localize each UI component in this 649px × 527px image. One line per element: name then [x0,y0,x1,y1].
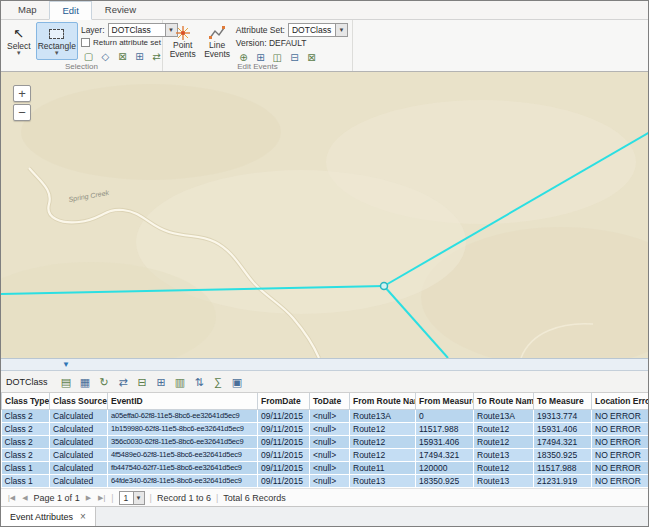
map-canvas[interactable]: Spring Creek [1,72,648,358]
zoom-in-button[interactable]: + [13,85,31,102]
table-cell: Route13A [474,409,534,422]
attribute-set-select[interactable]: DOTClass ▼ [288,23,348,37]
zoom-control: + − [13,85,31,123]
column-header-to-route-name[interactable]: To Route Name [474,393,534,409]
first-page-button[interactable]: |◀ [7,494,16,502]
total-records-text: Total 6 Records [223,493,286,503]
column-header-class-type[interactable]: Class Type [2,393,50,409]
page-number-select[interactable]: 1 ▼ [119,491,145,505]
table-cell: 11517.988 [534,461,592,474]
ribbon-group-selection: ↖ Select ▼ Rectangle ▼ Layer: DOTClass ▼ [1,20,163,71]
column-header-class-source[interactable]: Class Source [50,393,108,409]
page-indicator: Page 1 of 1 [34,493,80,503]
column-header-todate[interactable]: ToDate [310,393,350,409]
table-cell: 17494.321 [534,435,592,448]
table-cell: 17494.321 [416,448,474,461]
record-range-text: Record 1 to 6 [157,493,211,503]
table-cell: a05effa0-62f8-11e5-8bc6-ee32641d5ec9 [108,409,258,422]
zoom-out-button[interactable]: − [13,104,31,121]
table-cell: 09/11/2015 [258,448,310,461]
return-attribute-set-checkbox[interactable] [81,38,90,47]
table-cell: Class 1 [2,461,50,474]
attribute-table: Class TypeClass SourceEventIDFromDateToD… [1,393,648,488]
expand-table-icon[interactable]: ▣ [229,373,246,390]
separator: | [150,493,152,503]
table-cell: Calculated [50,461,108,474]
column-header-location-error[interactable]: Location Error [592,393,649,409]
panel-toolbar-icons: ▤▦↻⇄⊟⊞▥⇅∑▣ [58,373,246,390]
table-cell: Route12 [350,448,416,461]
tab-review[interactable]: Review [92,0,149,19]
table-cell: Class 2 [2,448,50,461]
tab-map[interactable]: Map [5,0,49,19]
table-cell: 15931.406 [534,422,592,435]
table-cell: 19313.774 [534,409,592,422]
rectangle-select-icon [49,25,64,42]
tab-event-attributes-label: Event Attributes [10,512,73,522]
table-cell: <null> [310,474,350,487]
show-all-records-icon[interactable]: ▤ [58,373,75,390]
table-cell: 4f5489e0-62f8-11e5-8bc6-ee32641d5ec9 [108,448,258,461]
table-cell: NO ERROR [592,448,649,461]
last-page-button[interactable]: ▶| [97,494,106,502]
column-header-eventid[interactable]: EventID [108,393,258,409]
collapse-panel-button[interactable]: ▼ [51,359,81,370]
table-cell: 09/11/2015 [258,409,310,422]
table-row[interactable]: Class 1Calculated64fde340-62f8-11e5-8bc6… [2,474,649,487]
table-cell: 0 [416,409,474,422]
map-view: Spring Creek + − [1,72,648,358]
table-cell: Route11 [350,461,416,474]
column-header-from-measure[interactable]: From Measure [416,393,474,409]
rectangle-tool-button[interactable]: Rectangle ▼ [36,22,78,60]
previous-page-button[interactable]: ◀ [21,494,28,502]
table-cell: 18350.925 [534,448,592,461]
separator: | [216,493,218,503]
table-cell: Class 2 [2,409,50,422]
refresh-icon[interactable]: ↻ [96,373,113,390]
version-label: Version: DEFAULT [236,38,307,48]
show-selected-records-icon[interactable]: ▦ [77,373,94,390]
attribute-table-icon[interactable]: ▥ [172,373,189,390]
attribute-panel-toolbar: DOTClass ▤▦↻⇄⊟⊞▥⇅∑▣ [1,371,648,393]
tab-event-attributes[interactable]: Event Attributes × [1,507,96,526]
line-events-button[interactable]: Line Events [201,22,232,60]
route-junction-vertex[interactable] [381,283,388,290]
column-header-from-route-name[interactable]: From Route Name [350,393,416,409]
attribute-set-value: DOTClass [289,24,335,36]
table-cell: Class 1 [2,474,50,487]
layer-value: DOTClass [109,24,165,36]
table-cell: 09/11/2015 [258,422,310,435]
group-label-edit-events: Edit Events [163,62,352,71]
table-cell: NO ERROR [592,409,649,422]
select-tool-button[interactable]: ↖ Select ▼ [5,22,33,60]
table-cell: Calculated [50,422,108,435]
table-cell: NO ERROR [592,474,649,487]
ribbon-group-edit-events: Point Events Line Events Attribute Set: … [163,20,353,71]
table-row[interactable]: Class 2Calculated356c0030-62f8-11e5-8bc6… [2,435,649,448]
table-cell: NO ERROR [592,422,649,435]
table-cell: fb447540-62f7-11e5-8bc6-ee32641d5ec9 [108,461,258,474]
point-events-label: Point Events [169,41,196,59]
table-cell: Calculated [50,435,108,448]
table-row[interactable]: Class 2Calculateda05effa0-62f8-11e5-8bc6… [2,409,649,422]
add-record-icon[interactable]: ⊞ [153,373,170,390]
column-header-fromdate[interactable]: FromDate [258,393,310,409]
status-tab-bar: Event Attributes × [1,506,648,526]
field-calculator-icon[interactable]: ∑ [210,373,227,390]
point-events-button[interactable]: Point Events [167,22,198,60]
table-cell: Class 2 [2,422,50,435]
column-header-to-measure[interactable]: To Measure [534,393,592,409]
table-row[interactable]: Class 1Calculatedfb447540-62f7-11e5-8bc6… [2,461,649,474]
sort-icon[interactable]: ⇅ [191,373,208,390]
table-row[interactable]: Class 2Calculated4f5489e0-62f8-11e5-8bc6… [2,448,649,461]
table-cell: 120000 [416,461,474,474]
table-cell: Route13 [474,474,534,487]
close-icon[interactable]: × [80,512,86,522]
table-row[interactable]: Class 2Calculated1b159980-62f8-11e5-8bc6… [2,422,649,435]
chevron-down-icon: ▼ [16,51,22,56]
tab-edit[interactable]: Edit [49,1,91,20]
next-page-button[interactable]: ▶ [85,494,92,502]
save-edits-icon[interactable]: ⊟ [134,373,151,390]
switch-selection-icon[interactable]: ⇄ [115,373,132,390]
point-events-icon [175,25,191,41]
